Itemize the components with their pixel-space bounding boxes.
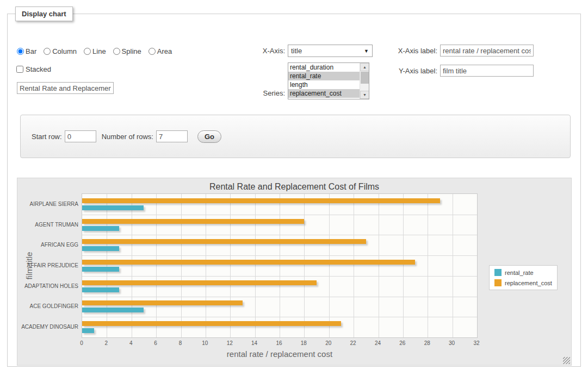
chart-panel: Rental Rate and Replacement Cost of Film… [17, 178, 572, 366]
legend-label: replacement_cost [505, 280, 552, 286]
series-row: Series: rental_durationrental_ratelength… [247, 62, 369, 99]
scroll-up-icon[interactable]: ▲ [360, 63, 369, 71]
bar-rental_rate [82, 328, 94, 333]
series-option-rental_rate[interactable]: rental_rate [288, 72, 361, 80]
x-tick-label: 6 [154, 340, 157, 346]
chart-type-area[interactable]: Area [148, 47, 172, 55]
display-chart-panel: Display chart BarColumnLineSplineArea St… [7, 7, 581, 367]
bar-rental_rate [82, 267, 119, 272]
series-label-text: Series: [247, 89, 285, 97]
chart-type-column[interactable]: Column [44, 47, 77, 55]
x-axis-select[interactable]: title ▼ [288, 45, 373, 57]
series-option-rental_duration[interactable]: rental_duration [288, 63, 361, 72]
bar-rental_rate [82, 308, 144, 312]
bar-replacement_cost [82, 260, 415, 265]
gridline-vertical [132, 194, 132, 337]
number-of-rows-label: Number of rows: [102, 133, 153, 141]
gridline-vertical [255, 194, 256, 337]
x-axis-row: X-Axis: title ▼ [247, 45, 373, 57]
radio-line[interactable] [84, 48, 91, 55]
stacked-option[interactable]: Stacked [16, 65, 51, 73]
legend-swatch-icon [494, 269, 502, 276]
category-label: ADAPTATION HOLES [24, 283, 78, 289]
chart-type-bar[interactable]: Bar [17, 47, 36, 55]
legend-entry-replacement_cost: replacement_cost [494, 279, 552, 286]
series-scrollbar[interactable]: ▲ ▼ [360, 63, 369, 99]
x-tick-label: 26 [399, 340, 405, 346]
scrollbar-thumb[interactable] [361, 72, 369, 84]
chart-x-axis-title: rental rate / replacement cost [82, 349, 478, 359]
gridline-vertical [403, 194, 404, 337]
gridline-vertical [156, 194, 157, 337]
bar-replacement_cost [82, 219, 304, 224]
x-tick-label: 8 [179, 340, 182, 346]
radio-bar[interactable] [17, 48, 24, 55]
gridline-vertical [230, 194, 231, 337]
x-axis-label-input[interactable] [440, 45, 534, 57]
x-tick-label: 30 [449, 340, 455, 346]
gridline-horizontal [82, 235, 477, 235]
category-label: AIRPLANE SIERRA [30, 200, 78, 206]
plot-area [82, 193, 478, 338]
x-tick-label: 28 [424, 340, 430, 346]
series-option-replacement_cost[interactable]: replacement_cost [288, 89, 361, 98]
x-axis-ticks: 02468101214161820222426283032 [82, 340, 478, 348]
gridline-vertical [453, 194, 453, 337]
gridline-horizontal [82, 317, 477, 317]
x-tick-label: 22 [350, 340, 356, 346]
radio-spline[interactable] [113, 48, 120, 55]
x-axis-label-row: X-Axis label: [388, 45, 534, 57]
gridline-vertical [428, 194, 428, 337]
gridline-vertical [329, 194, 330, 337]
y-axis-label-input[interactable] [440, 65, 534, 77]
chart-title: Rental Rate and Replacement Cost of Film… [17, 182, 571, 192]
gridline-vertical [354, 194, 354, 337]
gridline-vertical [181, 194, 182, 337]
x-axis-label-text: X-Axis: [247, 47, 285, 55]
bar-replacement_cost [82, 280, 317, 285]
bar-replacement_cost [82, 321, 341, 326]
x-axis-selected-value: title [291, 47, 302, 55]
y-category-labels: AIRPLANE SIERRAAGENT TRUMANAFRICAN EGGAF… [17, 193, 78, 338]
x-tick-label: 14 [251, 340, 257, 346]
chart-type-line[interactable]: Line [84, 47, 106, 55]
category-label: AFFAIR PREJUDICE [27, 262, 78, 268]
resize-handle-icon[interactable] [563, 357, 570, 364]
bar-replacement_cost [82, 198, 440, 203]
gridline-horizontal [82, 297, 477, 297]
radio-label: Bar [26, 47, 36, 55]
x-tick-label: 4 [129, 340, 133, 346]
series-listbox-items: rental_durationrental_ratelengthreplacem… [288, 63, 369, 98]
gridline-horizontal [82, 255, 477, 256]
radio-label: Line [92, 47, 106, 55]
stacked-checkbox[interactable] [16, 66, 23, 73]
gridline-vertical [379, 194, 379, 337]
x-tick-label: 16 [276, 340, 282, 346]
number-of-rows-input[interactable] [156, 130, 188, 142]
go-button[interactable]: Go [197, 130, 221, 143]
x-tick-label: 10 [202, 340, 208, 346]
panel-title: Display chart [15, 7, 73, 21]
radio-column[interactable] [44, 48, 51, 55]
x-tick-label: 18 [301, 340, 307, 346]
legend-swatch-icon [494, 279, 502, 286]
category-label: AGENT TRUMAN [35, 221, 78, 227]
row-range-fieldset: Start row: Number of rows: Go [20, 115, 571, 158]
series-option-length[interactable]: length [288, 80, 361, 89]
scroll-down-icon[interactable]: ▼ [360, 91, 369, 99]
series-listbox[interactable]: rental_durationrental_ratelengthreplacem… [288, 62, 369, 99]
chart-type-radios: BarColumnLineSplineArea [17, 47, 172, 55]
legend-entry-rental_rate: rental_rate [494, 269, 552, 276]
x-tick-label: 2 [105, 340, 108, 346]
gridline-vertical [107, 194, 107, 337]
start-row-input[interactable] [65, 130, 96, 142]
y-axis-label-caption: Y-Axis label: [388, 67, 437, 75]
chart-type-spline[interactable]: Spline [113, 47, 141, 55]
gridline-vertical [280, 194, 280, 337]
legend-label: rental_rate [505, 269, 534, 276]
stacked-label: Stacked [26, 65, 51, 73]
bar-rental_rate [82, 226, 119, 231]
dropdown-arrow-icon: ▼ [364, 48, 369, 54]
radio-area[interactable] [148, 48, 156, 55]
chart-title-input[interactable] [17, 82, 114, 94]
